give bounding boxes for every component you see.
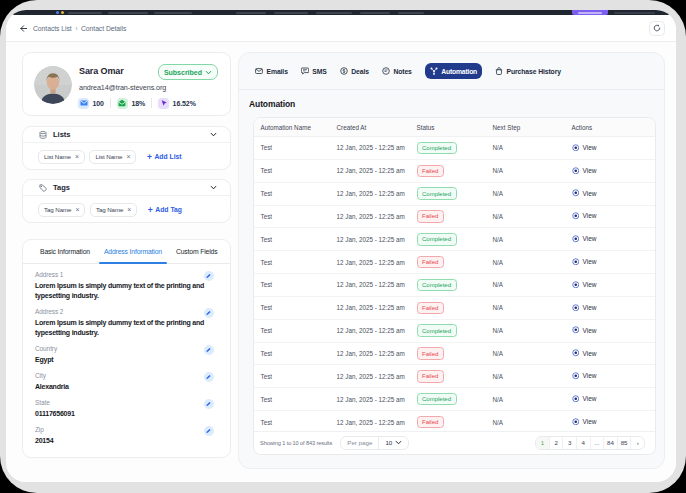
page-button-...[interactable]: ... (591, 437, 605, 449)
edit-field-button[interactable] (204, 345, 214, 355)
view-button[interactable]: View (572, 372, 597, 380)
contact-avatar (34, 66, 72, 104)
view-button[interactable]: View (572, 304, 597, 312)
status-badge: Failed (417, 370, 444, 383)
plus-icon: + (147, 153, 152, 162)
stat-value: 18% (131, 100, 145, 107)
per-page-select[interactable]: Per page 10 (340, 436, 409, 450)
edit-field-button[interactable] (204, 372, 214, 382)
view-icon (572, 372, 580, 380)
column-header: Status (410, 124, 486, 131)
cell-created-at: 12 Jan, 2025 - 12:25 am (330, 213, 410, 220)
breadcrumb-contacts-list[interactable]: Contacts List (33, 25, 72, 32)
edit-field-button[interactable] (204, 426, 214, 436)
per-page-value-cell[interactable]: 10 (378, 437, 408, 449)
per-page-value: 10 (385, 439, 392, 446)
view-button[interactable]: View (572, 258, 597, 266)
panel-tab-label: Automation (441, 68, 477, 75)
view-button[interactable]: View (572, 167, 597, 175)
panel-tab-notes[interactable]: Notes (382, 67, 412, 75)
cell-automation-name: Test (254, 190, 330, 197)
cell-next-step: N/A (486, 190, 565, 197)
remove-chip-icon[interactable]: × (127, 206, 131, 213)
view-button[interactable]: View (572, 212, 597, 220)
page-button-84[interactable]: 84 (604, 437, 618, 449)
cell-created-at: 12 Jan, 2025 - 12:25 am (330, 236, 410, 243)
view-icon (572, 235, 580, 243)
tags-chip[interactable]: Tag Name× (90, 203, 137, 218)
view-button[interactable]: View (572, 418, 597, 426)
view-icon (572, 304, 580, 312)
edit-field-button[interactable] (204, 271, 214, 281)
status-badge: Failed (417, 210, 444, 223)
remove-chip-icon[interactable]: × (126, 153, 130, 160)
stat-divider (110, 98, 111, 108)
edit-field-button[interactable] (204, 399, 214, 409)
cell-next-step: N/A (486, 419, 565, 426)
cell-status: Failed (410, 416, 486, 429)
view-button[interactable]: View (572, 235, 597, 243)
lists-chip[interactable]: List Name× (89, 150, 136, 165)
subscription-status-button[interactable]: Subscribed (158, 64, 218, 80)
chevron-down-icon[interactable] (210, 184, 217, 191)
contact-name: Sara Omar (79, 66, 124, 76)
page-button-3[interactable]: 3 (563, 437, 577, 449)
chip-label: Tag Name (44, 206, 71, 213)
view-icon (572, 258, 580, 266)
column-header: Actions (565, 124, 655, 131)
view-button[interactable]: View (572, 326, 597, 334)
pencil-icon (206, 374, 212, 380)
view-button[interactable]: View (572, 281, 597, 289)
info-tab-address-information[interactable]: Address Information (104, 240, 162, 263)
cell-automation-name: Test (254, 236, 330, 243)
view-button[interactable]: View (572, 189, 597, 197)
tags-chip[interactable]: Tag Name× (38, 203, 85, 218)
panel-tab-purchase-history[interactable]: Purchase History (495, 67, 561, 75)
panel-tab-deals[interactable]: Deals (340, 67, 369, 75)
table-header: Automation NameCreated AtStatusNext Step… (254, 118, 655, 137)
remove-chip-icon[interactable]: × (75, 206, 79, 213)
view-button[interactable]: View (572, 144, 597, 152)
panel-tab-label: Emails (267, 68, 288, 75)
view-label: View (583, 235, 597, 242)
info-tab-basic-information[interactable]: Basic Information (40, 240, 90, 263)
panel-tab-automation[interactable]: Automation (425, 63, 482, 79)
table-row: Test 12 Jan, 2025 - 12:25 am Completed N… (254, 183, 655, 206)
view-icon (572, 189, 580, 197)
chevron-down-icon[interactable] (210, 131, 217, 138)
page-button-1[interactable]: 1 (536, 437, 550, 449)
add-lists-button[interactable]: +Add List (147, 153, 182, 162)
view-button[interactable]: View (572, 395, 597, 403)
cell-next-step: N/A (486, 236, 565, 243)
add-label: Add List (154, 153, 181, 160)
view-label: View (583, 258, 597, 265)
panel-tab-sms[interactable]: SMS (301, 67, 327, 75)
panel-tab-emails[interactable]: Emails (255, 67, 288, 75)
view-label: View (583, 212, 597, 219)
view-button[interactable]: View (572, 349, 597, 357)
info-field: Zip 20154 (35, 426, 218, 446)
cell-actions: View (565, 281, 655, 290)
info-tab-custom-fields[interactable]: Custom Fields (176, 240, 218, 263)
stat-value: 100 (93, 100, 104, 107)
nav-item-blob (398, 12, 424, 14)
edit-field-button[interactable] (204, 308, 214, 318)
refresh-button[interactable] (649, 21, 665, 36)
next-page-button[interactable]: › (631, 437, 644, 449)
back-arrow-icon[interactable] (20, 25, 27, 32)
column-header: Created At (330, 124, 410, 131)
cell-actions: View (565, 326, 655, 335)
cell-next-step: N/A (486, 213, 565, 220)
table-row: Test 12 Jan, 2025 - 12:25 am Failed N/A … (254, 206, 655, 229)
page-button-2[interactable]: 2 (550, 437, 564, 449)
table-row: Test 12 Jan, 2025 - 12:25 am Failed N/A … (254, 365, 655, 388)
page-button-4[interactable]: 4 (577, 437, 591, 449)
bag-icon (495, 67, 503, 75)
lists-chip[interactable]: List Name× (38, 150, 85, 165)
info-field: State 01117656091 (35, 399, 218, 419)
remove-chip-icon[interactable]: × (75, 153, 79, 160)
cell-actions: View (565, 212, 655, 221)
pencil-icon (206, 428, 212, 434)
page-button-85[interactable]: 85 (618, 437, 632, 449)
add-tags-button[interactable]: +Add Tag (148, 206, 182, 215)
